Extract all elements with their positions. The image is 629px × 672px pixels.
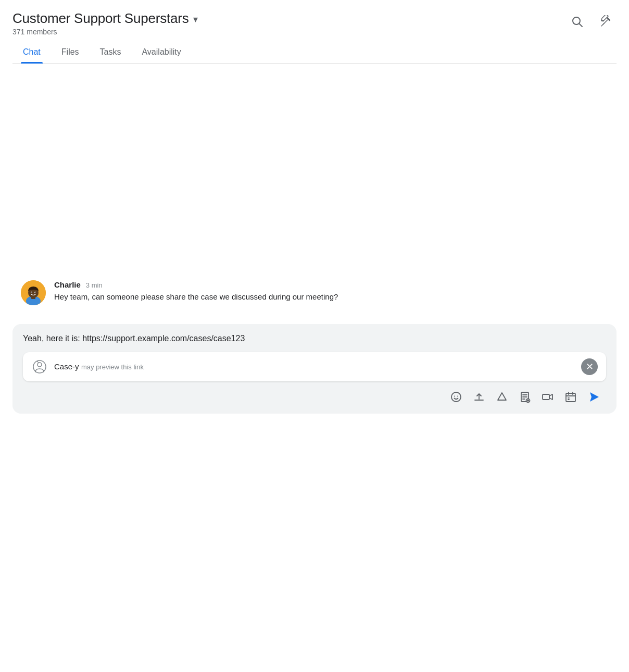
compose-input[interactable]: Yeah, here it is: https://support.exampl… [23, 332, 606, 345]
header-actions [567, 11, 617, 32]
svg-point-17 [457, 396, 458, 397]
svg-rect-25 [543, 394, 549, 400]
compose-box: Yeah, here it is: https://support.exampl… [12, 324, 617, 414]
svg-marker-32 [590, 392, 599, 402]
upload-button[interactable] [469, 387, 489, 407]
compose-wrapper: Yeah, here it is: https://support.exampl… [12, 324, 617, 414]
message-time: 3 min [86, 281, 103, 289]
header-left: Customer Support Superstars ▾ 371 member… [12, 10, 198, 36]
svg-point-10 [35, 292, 35, 293]
svg-point-15 [451, 392, 461, 402]
svg-rect-26 [566, 393, 575, 402]
drive-icon [496, 391, 508, 403]
close-icon: ✕ [586, 362, 594, 371]
pin-icon [600, 15, 612, 28]
link-preview-subtitle: may preview this link [81, 363, 144, 371]
pin-button[interactable] [596, 11, 617, 32]
header-top: Customer Support Superstars ▾ 371 member… [12, 10, 617, 36]
link-preview-title: Case-y [54, 362, 79, 371]
create-doc-button[interactable] [514, 387, 535, 407]
message-content: Charlie 3 min Hey team, can someone plea… [54, 280, 608, 303]
tabs: Chat Files Tasks Availability [12, 42, 617, 64]
case-icon [32, 359, 47, 374]
group-dropdown-button[interactable]: ▾ [193, 14, 198, 25]
svg-line-1 [580, 23, 583, 27]
message-meta: Charlie 3 min [54, 280, 608, 289]
emoji-button[interactable] [446, 387, 467, 407]
upload-icon [473, 391, 485, 403]
link-preview-left: Case-y may preview this link [31, 358, 144, 375]
send-icon [587, 391, 600, 403]
header-title-row: Customer Support Superstars ▾ [12, 10, 198, 27]
link-preview-card: Case-y may preview this link ✕ [23, 352, 606, 381]
compose-toolbar [23, 387, 606, 407]
tab-chat[interactable]: Chat [12, 42, 51, 63]
svg-line-13 [37, 362, 39, 363]
svg-point-9 [31, 292, 32, 293]
tab-availability[interactable]: Availability [131, 42, 191, 63]
video-icon [542, 391, 554, 403]
members-count: 371 members [12, 28, 198, 36]
avatar [21, 280, 46, 305]
link-preview-text: Case-y may preview this link [54, 362, 144, 371]
group-title: Customer Support Superstars [12, 10, 189, 27]
tab-files[interactable]: Files [51, 42, 90, 63]
chat-area: Charlie 3 min Hey team, can someone plea… [0, 64, 629, 324]
tab-tasks[interactable]: Tasks [90, 42, 132, 63]
drive-button[interactable] [492, 387, 512, 407]
svg-point-14 [37, 361, 38, 362]
create-doc-icon [519, 391, 531, 403]
avatar-image [21, 280, 46, 305]
meet-icon [564, 391, 577, 403]
link-preview-icon [31, 358, 48, 375]
video-button[interactable] [537, 387, 558, 407]
svg-point-12 [37, 363, 42, 367]
header: Customer Support Superstars ▾ 371 member… [0, 0, 629, 64]
message-author: Charlie [54, 280, 81, 289]
link-preview-close-button[interactable]: ✕ [581, 358, 598, 375]
search-button[interactable] [567, 11, 587, 32]
message-row: Charlie 3 min Hey team, can someone plea… [21, 280, 608, 305]
svg-point-16 [454, 396, 455, 397]
search-icon [571, 15, 583, 28]
meet-button[interactable] [560, 387, 581, 407]
send-button[interactable] [583, 387, 604, 407]
svg-line-2 [601, 23, 604, 26]
emoji-icon [450, 391, 462, 403]
message-text: Hey team, can someone please share the c… [54, 291, 608, 303]
